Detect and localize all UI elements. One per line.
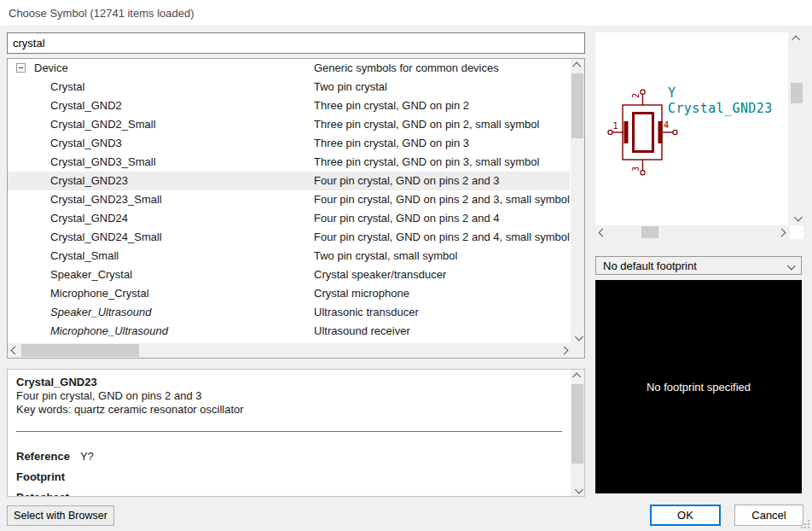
symbol-preview-canvas: 1 2 3 4 Y Crystal_GND23 — [595, 32, 788, 225]
tree-row[interactable]: Speaker_Ultrasound Ultrasonic transducer — [8, 303, 570, 322]
tree-item-label: Device — [34, 59, 68, 78]
scrollbar-corner — [790, 225, 803, 239]
tree-item-label: Crystal_GND23_Small — [50, 190, 162, 209]
scroll-down-button[interactable] — [790, 210, 803, 224]
tree-row[interactable]: Crystal_GND24 Four pin crystal, GND on p… — [8, 209, 570, 228]
scroll-down-button[interactable] — [571, 330, 584, 343]
field-label: Footprint — [16, 470, 65, 483]
scroll-right-button[interactable] — [774, 225, 788, 239]
tree-hscrollbar[interactable] — [8, 343, 571, 358]
tree-item-desc: Three pin crystal, GND on pin 2, small s… — [314, 115, 570, 134]
title-bar: Choose Symbol (12741 items loaded) — [0, 0, 812, 26]
scroll-down-button[interactable] — [571, 482, 584, 496]
tree-item-desc: Ultrasonic transducer — [314, 303, 570, 322]
footprint-select[interactable]: No default footprint — [595, 256, 802, 275]
pin-4-number: 4 — [664, 120, 669, 130]
scrollbar-thumb[interactable] — [641, 226, 658, 238]
tree-row-category[interactable]: Device Generic symbols for common device… — [8, 59, 570, 78]
crystal-symbol-drawing: 1 2 3 4 Y Crystal_GND23 — [595, 32, 788, 225]
tree-item-desc: Generic symbols for common devices — [314, 59, 570, 78]
tree-item-label: Microphone_Crystal — [50, 284, 149, 303]
scroll-right-button[interactable] — [557, 343, 571, 357]
footprint-preview-canvas: No footprint specified — [595, 280, 802, 493]
tree-item-desc: Ultrasound receiver — [314, 322, 570, 341]
scrollbar-thumb[interactable] — [791, 83, 803, 103]
tree-row-selected[interactable]: Crystal_GND23 Four pin crystal, GND on p… — [8, 172, 570, 190]
detail-symbol-description: Four pin crystal, GND on pins 2 and 3 — [16, 389, 202, 402]
tree-item-label: Speaker_Crystal — [50, 266, 132, 284]
symbol-reference-text: Y — [668, 85, 676, 101]
tree-item-label: Crystal_GND24 — [50, 209, 128, 228]
scroll-left-button[interactable] — [595, 225, 609, 239]
tree-row[interactable]: Crystal_GND3_Small Three pin crystal, GN… — [8, 153, 570, 172]
collapse-icon[interactable] — [16, 63, 26, 73]
tree-row[interactable]: Crystal Two pin crystal — [8, 78, 570, 96]
scrollbar-thumb[interactable] — [571, 73, 583, 138]
resize-grip[interactable] — [801, 520, 809, 528]
chevron-left-icon — [598, 228, 606, 236]
cancel-button[interactable]: Cancel — [734, 505, 803, 526]
ok-label: OK — [677, 509, 693, 522]
ok-button[interactable]: OK — [650, 505, 721, 526]
choose-symbol-dialog: { "window": { "title": "Choose Symbol (1… — [0, 0, 812, 531]
window-title: Choose Symbol (12741 items loaded) — [9, 7, 194, 20]
chevron-up-icon — [792, 35, 800, 44]
chevron-down-icon — [793, 213, 802, 221]
tree-row[interactable]: Crystal_GND3 Three pin crystal, GND on p… — [8, 134, 570, 153]
tree-row[interactable]: Crystal_GND23_Small Four pin crystal, GN… — [8, 190, 570, 209]
scroll-up-button[interactable] — [790, 32, 803, 46]
detail-field-footprint: Footprint — [16, 470, 75, 483]
tree-row[interactable]: Crystal_GND2 Three pin crystal, GND on p… — [8, 96, 570, 115]
details-divider — [16, 431, 562, 432]
tree-item-label: Crystal — [50, 78, 84, 96]
tree-vscrollbar[interactable] — [571, 59, 584, 343]
tree-item-label: Crystal_GND2_Small — [50, 115, 156, 134]
scrollbar-thumb[interactable] — [21, 344, 139, 357]
tree-item-desc: Three pin crystal, GND on pin 3, small s… — [314, 153, 570, 172]
chevron-down-icon — [574, 332, 583, 341]
field-value: Y? — [80, 450, 94, 463]
tree-row[interactable]: Microphone_Crystal Crystal microphone — [8, 284, 570, 303]
scroll-up-button[interactable] — [571, 370, 584, 383]
tree-item-desc: Three pin crystal, GND on pin 2 — [314, 96, 570, 115]
detail-field-datasheet: Datasheet — [16, 491, 79, 497]
tree-item-desc: Crystal speaker/transducer — [314, 266, 570, 284]
scrollbar-thumb[interactable] — [571, 384, 583, 464]
field-label: Reference — [16, 450, 70, 463]
pin-1-end — [608, 130, 612, 134]
pin-3-number: 3 — [631, 166, 641, 172]
tree-item-desc: Four pin crystal, GND on pins 2 and 3, s… — [314, 190, 570, 209]
select-with-browser-button[interactable]: Select with Browser — [7, 505, 114, 526]
crystal-plate-left — [624, 121, 629, 143]
symbol-value-text: Crystal_GND23 — [668, 101, 773, 116]
pin-1-number: 1 — [612, 121, 618, 131]
preview-hscrollbar[interactable] — [595, 225, 788, 239]
tree-row[interactable]: Speaker_Crystal Crystal speaker/transduc… — [8, 266, 570, 284]
chevron-right-icon — [560, 346, 568, 354]
tree-item-label: Microphone_Ultrasound — [50, 322, 168, 341]
tree-item-label: Speaker_Ultrasound — [50, 303, 152, 322]
details-vscrollbar[interactable] — [571, 370, 584, 496]
scrollbar-corner — [571, 343, 584, 358]
tree-row[interactable]: Crystal_GND24_Small Four pin crystal, GN… — [8, 228, 570, 247]
search-input[interactable] — [7, 32, 585, 54]
tree-row[interactable]: Crystal_GND2_Small Three pin crystal, GN… — [8, 115, 570, 134]
chevron-down-icon — [574, 485, 583, 493]
tree-item-label: Crystal_GND23 — [50, 172, 128, 190]
crystal-body — [634, 114, 653, 152]
tree-row[interactable]: Crystal_Small Two pin crystal, small sym… — [8, 247, 570, 266]
tree-item-desc: Three pin crystal, GND on pin 3 — [314, 134, 570, 153]
chevron-left-icon — [10, 346, 19, 354]
tree-item-desc: Four pin crystal, GND on pins 2 and 4, s… — [314, 228, 570, 247]
tree-row[interactable]: Microphone_Ultrasound Ultrasound receive… — [8, 322, 570, 341]
detail-symbol-keywords: Key words: quartz ceramic resonator osci… — [16, 403, 244, 416]
cancel-label: Cancel — [751, 509, 786, 522]
scroll-up-button[interactable] — [571, 59, 584, 73]
tree-item-label: Crystal_GND24_Small — [50, 228, 162, 247]
scroll-left-button[interactable] — [8, 343, 21, 357]
pin-2-number: 2 — [631, 93, 641, 98]
tree-item-desc: Two pin crystal, small symbol — [314, 247, 570, 266]
pin-3-end — [641, 171, 645, 175]
preview-vscrollbar[interactable] — [790, 32, 803, 224]
tree-item-desc: Two pin crystal — [314, 78, 570, 96]
